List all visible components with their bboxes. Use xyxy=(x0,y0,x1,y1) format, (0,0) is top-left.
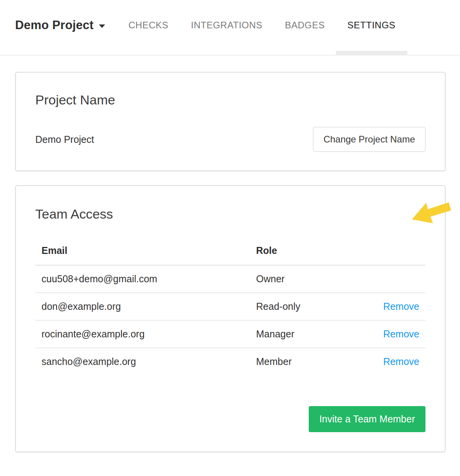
remove-member-link[interactable]: Remove xyxy=(383,328,419,339)
member-email: don@example.org xyxy=(35,293,250,320)
member-role: Owner xyxy=(250,265,371,293)
action-column-header xyxy=(371,243,425,265)
settings-page: Project Name Demo Project Change Project… xyxy=(0,72,460,452)
chevron-down-icon xyxy=(99,24,105,28)
team-members-table: Email Role cuu508+demo@gmail.com Owner d… xyxy=(35,243,425,375)
member-action-cell: Remove xyxy=(371,293,425,320)
project-name-row: Demo Project Change Project Name xyxy=(35,127,425,152)
current-project-name: Demo Project xyxy=(35,134,94,145)
project-name-card-title: Project Name xyxy=(35,92,425,108)
project-switcher-label: Demo Project xyxy=(15,18,93,32)
member-action-cell: Remove xyxy=(371,348,425,375)
table-row: rocinante@example.org Manager Remove xyxy=(35,320,425,348)
table-row: cuu508+demo@gmail.com Owner xyxy=(35,265,425,293)
tab-integrations[interactable]: INTEGRATIONS xyxy=(191,0,262,55)
invite-team-member-button[interactable]: Invite a Team Member xyxy=(309,406,425,432)
member-email: sancho@example.org xyxy=(35,348,250,375)
table-row: sancho@example.org Member Remove xyxy=(35,348,425,375)
role-column-header: Role xyxy=(250,243,371,265)
top-navigation: Demo Project CHECKS INTEGRATIONS BADGES … xyxy=(0,0,460,56)
tab-badges[interactable]: BADGES xyxy=(285,0,325,55)
tab-checks[interactable]: CHECKS xyxy=(128,0,168,55)
table-header-row: Email Role xyxy=(35,243,425,265)
member-role: Manager xyxy=(250,320,371,348)
member-role: Read-only xyxy=(250,293,371,320)
project-switcher[interactable]: Demo Project xyxy=(15,0,105,55)
member-action-cell: Remove xyxy=(371,320,425,348)
remove-member-link[interactable]: Remove xyxy=(383,356,419,367)
change-project-name-button[interactable]: Change Project Name xyxy=(313,127,425,152)
table-row: don@example.org Read-only Remove xyxy=(35,293,425,320)
member-action-cell xyxy=(371,265,425,293)
member-email: rocinante@example.org xyxy=(35,320,250,348)
remove-member-link[interactable]: Remove xyxy=(383,301,419,312)
invite-row: Invite a Team Member xyxy=(35,406,425,432)
team-access-card: Team Access Email Role cuu508+demo@gmail… xyxy=(15,185,446,452)
team-access-card-title: Team Access xyxy=(35,206,425,222)
member-role: Member xyxy=(250,348,371,375)
main-tabs: CHECKS INTEGRATIONS BADGES SETTINGS xyxy=(128,0,395,55)
project-name-card: Project Name Demo Project Change Project… xyxy=(15,72,446,171)
email-column-header: Email xyxy=(35,243,250,265)
member-email: cuu508+demo@gmail.com xyxy=(35,265,250,293)
tab-settings[interactable]: SETTINGS xyxy=(348,0,396,55)
